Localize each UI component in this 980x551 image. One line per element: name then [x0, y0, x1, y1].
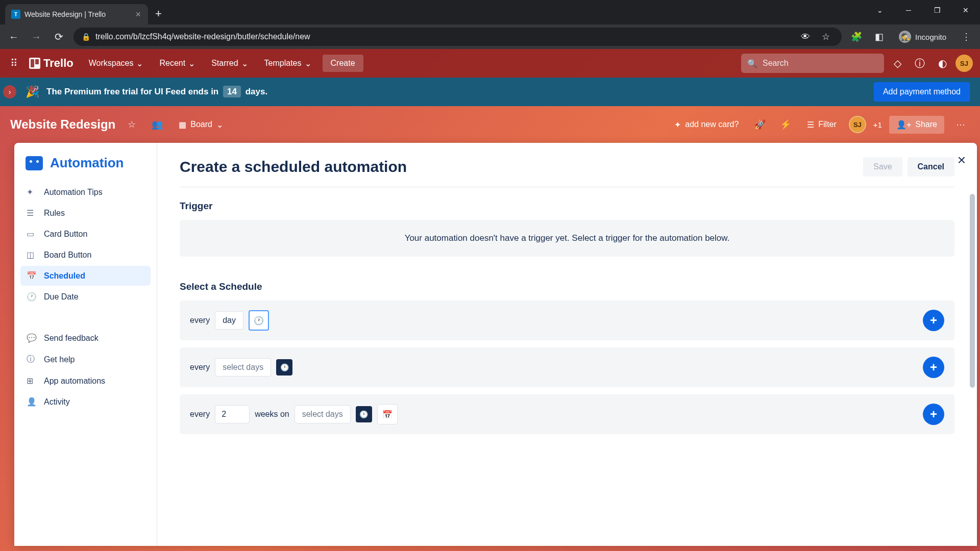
nav-recent[interactable]: Recent ⌄ — [152, 55, 202, 72]
url-text: trello.com/b/lzcfSh4q/website-redesign/b… — [95, 32, 793, 41]
notifications-icon[interactable]: ◇ — [888, 54, 906, 72]
star-board-icon[interactable]: ☆ — [122, 115, 141, 134]
rocket-icon[interactable]: 🚀 — [751, 115, 769, 134]
save-button[interactable]: Save — [863, 157, 902, 177]
add-schedule-button[interactable]: + — [923, 357, 944, 378]
scrollbar[interactable] — [970, 194, 975, 388]
main-header: Create a scheduled automation Save Cance… — [180, 157, 954, 187]
schedule-row-selectdays: every select days 🕐 + — [180, 347, 954, 387]
search-box[interactable]: 🔍 — [741, 54, 884, 73]
minimize-window-icon[interactable]: ─ — [894, 0, 923, 20]
url-bar[interactable]: 🔒 trello.com/b/lzcfSh4q/website-redesign… — [74, 28, 842, 46]
account-avatar[interactable]: SJ — [955, 55, 973, 72]
trial-days-badge: 14 — [223, 86, 241, 97]
grid-icon: ⊞ — [27, 376, 37, 386]
automation-robot-icon — [26, 156, 43, 170]
sidepanel-icon[interactable]: ◧ — [871, 31, 887, 42]
tab-dropdown-icon[interactable]: ⌄ — [866, 0, 894, 20]
app-body: ⠿ Trello Workspaces ⌄ Recent ⌄ Starred ⌄… — [0, 49, 980, 551]
add-schedule-button[interactable]: + — [923, 404, 944, 425]
action-buttons: Save Cancel — [863, 157, 954, 177]
tab-title: Website Redesign | Trello — [24, 10, 130, 18]
sidebar-item-tips[interactable]: ✦Automation Tips — [20, 182, 151, 202]
sidebar-item-scheduled[interactable]: 📅Scheduled — [20, 266, 151, 286]
add-card-hint[interactable]: ✦ add new card? — [669, 117, 744, 133]
trigger-section-label: Trigger — [180, 201, 954, 212]
board-view-icon: ▦ — [179, 120, 186, 130]
every-label: every — [190, 410, 210, 419]
sparkle-icon: ✦ — [27, 187, 37, 197]
secure-lock-icon: 🔒 — [82, 33, 90, 41]
day-selector[interactable]: day — [215, 311, 243, 330]
visibility-icon[interactable]: 👥 — [148, 115, 166, 134]
sidebar-item-app-automations[interactable]: ⊞App automations — [20, 371, 151, 391]
expand-sidebar-button[interactable]: › — [3, 85, 16, 98]
board-bar: Website Redesign ☆ 👥 ▦ Board ⌄ ✦ add new… — [0, 106, 980, 143]
board-icon: ◫ — [27, 250, 37, 260]
sidebar-item-board-button[interactable]: ◫Board Button — [20, 245, 151, 265]
close-panel-button[interactable]: × — [958, 152, 966, 168]
extensions-icon[interactable]: 🧩 — [849, 31, 864, 42]
weeks-count-input[interactable] — [215, 405, 250, 423]
maximize-window-icon[interactable]: ❐ — [923, 0, 951, 20]
chevron-down-icon: ⌄ — [305, 59, 311, 68]
list-icon: ☰ — [27, 208, 37, 218]
share-icon: 👤+ — [896, 120, 911, 130]
back-button[interactable]: ← — [6, 31, 21, 43]
info-icon: ⓘ — [27, 354, 37, 365]
trigger-empty-state: Your automation doesn't have a trigger y… — [180, 220, 954, 257]
new-tab-button[interactable]: + — [148, 3, 169, 24]
sidebar-item-rules[interactable]: ☰Rules — [20, 203, 151, 223]
browser-menu-icon[interactable]: ⋮ — [959, 31, 974, 42]
cancel-button[interactable]: Cancel — [908, 157, 954, 177]
page-title: Create a scheduled automation — [180, 158, 407, 176]
forward-button[interactable]: → — [29, 31, 44, 43]
close-tab-icon[interactable]: × — [134, 8, 142, 21]
share-button[interactable]: 👤+ Share — [889, 116, 944, 134]
time-picker-button[interactable]: 🕐 — [249, 310, 269, 331]
sidebar-item-feedback[interactable]: 💬Send feedback — [20, 328, 151, 348]
sidebar-item-activity[interactable]: 👤Activity — [20, 392, 151, 412]
browser-tab[interactable]: T Website Redesign | Trello × — [5, 4, 148, 24]
eye-off-icon[interactable]: 👁 — [798, 32, 813, 42]
automation-panel: Automation ✦Automation Tips ☰Rules ▭Card… — [14, 143, 977, 546]
sidebar-item-card-button[interactable]: ▭Card Button — [20, 224, 151, 244]
nav-workspaces[interactable]: Workspaces ⌄ — [82, 55, 151, 72]
app-switcher-icon[interactable]: ⠿ — [7, 54, 21, 72]
board-name[interactable]: Website Redesign — [10, 117, 115, 132]
help-icon[interactable]: ⓘ — [911, 54, 929, 73]
calendar-picker-button[interactable]: 📅 — [377, 404, 398, 424]
bolt-automation-icon[interactable]: ⚡ — [776, 115, 795, 134]
time-picker-button[interactable]: 🕐 — [276, 359, 292, 375]
filter-button[interactable]: ☰ Filter — [802, 117, 842, 133]
card-icon: ▭ — [27, 229, 37, 239]
board-member-avatar[interactable]: SJ — [849, 116, 866, 133]
address-bar: ← → ⟳ 🔒 trello.com/b/lzcfSh4q/website-re… — [0, 24, 980, 49]
search-input[interactable] — [763, 59, 878, 68]
person-icon: 👤 — [27, 397, 37, 407]
create-button[interactable]: Create — [323, 55, 363, 72]
incognito-icon: 🕵 — [899, 31, 911, 43]
select-days-selector[interactable]: select days — [215, 358, 271, 377]
every-label: every — [190, 363, 210, 372]
browser-tab-bar: T Website Redesign | Trello × + ⌄ ─ ❐ ✕ — [0, 0, 980, 24]
board-view-label: Board — [190, 120, 212, 129]
reload-button[interactable]: ⟳ — [51, 31, 66, 43]
incognito-badge[interactable]: 🕵 Incognito — [894, 31, 951, 43]
trello-logo[interactable]: Trello — [25, 57, 78, 70]
select-days-selector[interactable]: select days — [295, 405, 351, 423]
add-payment-button[interactable]: Add payment method — [874, 82, 970, 102]
theme-icon[interactable]: ◐ — [933, 54, 951, 72]
add-schedule-button[interactable]: + — [923, 310, 944, 331]
chevron-down-icon: ⌄ — [136, 59, 143, 68]
nav-starred[interactable]: Starred ⌄ — [204, 55, 255, 72]
sidebar-item-due-date[interactable]: 🕐Due Date — [20, 287, 151, 307]
member-count: +1 — [873, 120, 882, 129]
time-picker-button[interactable]: 🕐 — [356, 406, 372, 422]
sidebar-item-help[interactable]: ⓘGet help — [20, 349, 151, 370]
board-menu-icon[interactable]: ⋯ — [951, 115, 970, 134]
star-bookmark-icon[interactable]: ☆ — [818, 31, 834, 42]
close-window-icon[interactable]: ✕ — [951, 0, 980, 20]
board-view-switcher[interactable]: ▦ Board ⌄ — [174, 117, 228, 133]
nav-templates[interactable]: Templates ⌄ — [257, 55, 318, 72]
